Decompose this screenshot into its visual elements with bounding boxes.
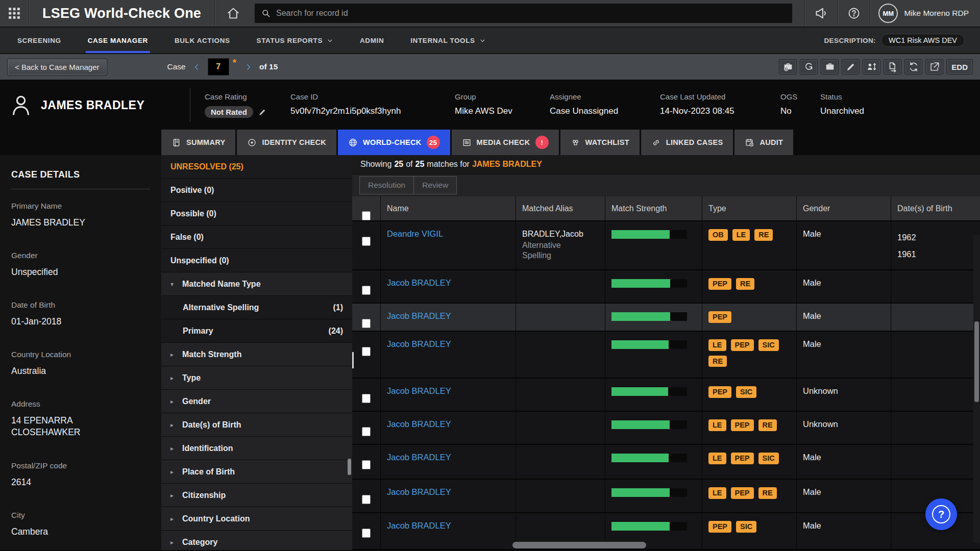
filter-status-unspecified[interactable]: Unspecified (0) (161, 249, 352, 272)
column-header-matched-alias[interactable]: Matched Alias (516, 196, 605, 220)
filter-group-type[interactable]: ▸Type (161, 366, 352, 390)
filter-status-unresolved[interactable]: UNRESOLVED (25) (161, 155, 352, 179)
match-name-link[interactable]: Jacob BRADLEY (387, 386, 451, 395)
table-row[interactable]: Jacob BRADLEYLEPEPSICMale (352, 445, 980, 480)
resolution-button[interactable]: Resolution (359, 176, 414, 194)
results-subject-name: JAMES BRADLEY (472, 160, 542, 169)
filter-option-alternative-spelling[interactable]: Alternative Spelling(1) (161, 296, 352, 319)
tool-g-arrow-button[interactable] (800, 59, 818, 74)
select-all-checkbox[interactable] (362, 211, 371, 220)
tab-world-check[interactable]: WORLD-CHECK25 (338, 130, 450, 155)
match-name-link[interactable]: Jacob BRADLEY (387, 419, 451, 429)
app-launcher-button[interactable] (0, 0, 29, 27)
match-name-link[interactable]: Jacob BRADLEY (387, 278, 451, 287)
row-checkbox[interactable] (362, 237, 371, 246)
tool-briefcase-button[interactable] (821, 59, 839, 74)
floating-help-button[interactable]: ? (925, 498, 957, 530)
row-checkbox[interactable] (362, 319, 371, 328)
tool-refresh-button[interactable] (904, 59, 922, 74)
back-to-case-manager-button[interactable]: < Back to Case Manager (7, 59, 107, 76)
row-type-cell: LEPEPSIC (702, 445, 796, 479)
triangle-right-icon: ▸ (170, 468, 177, 475)
table-row[interactable]: Jacob BRADLEYLEPEPREMale (352, 480, 980, 513)
tool-pencil-button[interactable] (842, 59, 860, 74)
tool-export-button[interactable] (925, 59, 943, 74)
tab-summary[interactable]: SUMMARY (161, 130, 235, 155)
column-header-date-s-of-birth[interactable]: Date(s) of Birth (891, 196, 980, 220)
filter-group-gender[interactable]: ▸Gender (161, 390, 352, 413)
filter-option-primary[interactable]: Primary(24) (161, 319, 352, 343)
match-name-link[interactable]: Jacob BRADLEY (387, 521, 451, 530)
nav-item-status-reports[interactable]: STATUS REPORTS (255, 28, 335, 53)
column-header-name[interactable]: Name (380, 196, 516, 220)
column-header-type[interactable]: Type (702, 196, 796, 220)
table-row[interactable]: Jacob BRADLEYPEPMale (352, 304, 980, 332)
filter-group-match-strength[interactable]: ▸Match Strength (161, 343, 352, 366)
table-row[interactable]: Jacob BRADLEYLEPEPSICREMale (352, 332, 980, 379)
match-name-link[interactable]: Jacob BRADLEY (387, 339, 451, 348)
match-name-link[interactable]: Deandre VIGIL (387, 229, 443, 238)
gender-value: Male (803, 339, 821, 348)
nav-item-case-manager[interactable]: CASE MANAGER (86, 28, 150, 53)
user-name[interactable]: Mike Moreno RDP (904, 9, 969, 18)
avatar[interactable]: MM (878, 4, 898, 23)
filter-status-positive[interactable]: Positive (0) (161, 179, 352, 202)
tool-reassign-button[interactable] (863, 59, 880, 74)
table-row[interactable]: Jacob BRADLEYPEPREMale (352, 270, 980, 304)
row-gender-cell: Male (796, 513, 891, 549)
row-checkbox[interactable] (362, 286, 371, 295)
help-button[interactable] (838, 0, 870, 27)
filters-scrollbar-thumb[interactable] (348, 459, 351, 475)
match-name-link[interactable]: Jacob BRADLEY (387, 453, 451, 462)
tab-media-check[interactable]: MEDIA CHECK! (452, 130, 559, 155)
record-search-input[interactable]: Search for record id (255, 4, 792, 23)
row-checkbox[interactable] (362, 347, 371, 356)
nav-item-screening[interactable]: SCREENING (15, 28, 63, 53)
tab-audit[interactable]: AUDIT (734, 130, 793, 155)
tool-briefcase-plus-button[interactable] (779, 59, 797, 74)
results-vertical-scrollbar[interactable] (973, 235, 980, 543)
filter-group-category[interactable]: ▸Category (161, 531, 352, 550)
table-row[interactable]: Jacob BRADLEYLEPEPREUnknown (352, 412, 980, 445)
filter-group-identification[interactable]: ▸Identification (161, 437, 352, 460)
match-name-link[interactable]: Jacob BRADLEY (387, 311, 451, 320)
pencil-icon[interactable] (258, 108, 267, 117)
filter-status-possible[interactable]: Possible (0) (161, 202, 352, 226)
type-badge-pep: PEP (731, 339, 754, 351)
table-row[interactable]: Deandre VIGILBRADLEY,JacobAlternative Sp… (352, 221, 980, 270)
case-number-input[interactable]: 7 (208, 58, 229, 76)
nav-item-internal-tools[interactable]: INTERNAL TOOLS (408, 28, 487, 53)
row-checkbox[interactable] (362, 460, 371, 469)
column-header-match-strength[interactable]: Match Strength (605, 196, 702, 220)
filter-group-country-location[interactable]: ▸Country Location (161, 507, 352, 531)
tab-watchlist[interactable]: WATCHLIST (560, 130, 640, 155)
chevron-left-icon[interactable] (192, 63, 201, 71)
row-checkbox[interactable] (362, 529, 371, 538)
table-row[interactable]: Jacob BRADLEYPEPSICUnknown (352, 379, 980, 412)
row-name-cell: Jacob BRADLEY (380, 270, 516, 303)
filter-status-false[interactable]: False (0) (161, 226, 352, 249)
home-button[interactable] (215, 0, 252, 27)
results-vertical-scrollbar-thumb[interactable] (974, 321, 979, 402)
filter-group-citizenship[interactable]: ▸Citizenship (161, 484, 352, 507)
filter-group-date-s-of-birth[interactable]: ▸Date(s) of Birth (161, 413, 352, 437)
row-checkbox[interactable] (362, 427, 371, 436)
nav-item-admin[interactable]: ADMIN (358, 28, 386, 53)
match-name-link[interactable]: Jacob BRADLEY (387, 487, 451, 496)
table-row[interactable]: Jacob BRADLEYPEPSICMale (352, 513, 980, 550)
column-header-gender[interactable]: Gender (796, 196, 891, 220)
gender-value: Male (803, 278, 821, 287)
chevron-right-icon[interactable] (244, 63, 253, 71)
results-horizontal-scrollbar-thumb[interactable] (512, 542, 646, 548)
row-checkbox[interactable] (362, 495, 371, 504)
tool-document-transfer-button[interactable] (884, 59, 901, 74)
row-checkbox[interactable] (362, 394, 371, 403)
nav-item-bulk-actions[interactable]: BULK ACTIONS (173, 28, 232, 53)
tab-linked-cases[interactable]: LINKED CASES (641, 130, 733, 155)
edd-button[interactable]: EDD (946, 59, 973, 74)
tab-identity-check[interactable]: IDENTITY CHECK (237, 130, 336, 155)
review-button[interactable]: Review (413, 176, 457, 194)
filter-group-matched-name-type[interactable]: ▾Matched Name Type (161, 272, 352, 296)
filter-group-place-of-birth[interactable]: ▸Place of Birth (161, 460, 352, 484)
announcements-button[interactable] (805, 0, 838, 27)
